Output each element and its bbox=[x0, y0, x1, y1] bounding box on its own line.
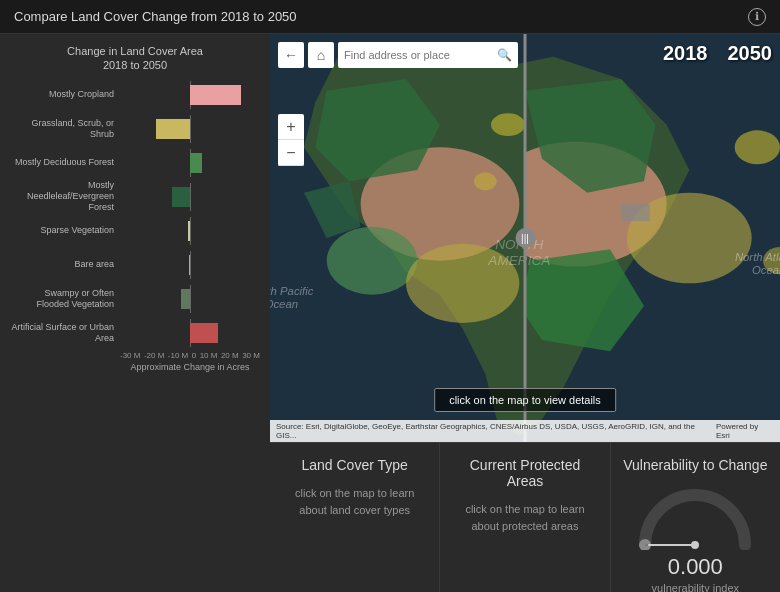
bottom-panel: Land Cover Type click on the map to lear… bbox=[270, 442, 780, 592]
bar-container bbox=[120, 81, 275, 109]
x-axis-tick: 30 M bbox=[242, 351, 260, 360]
zero-line bbox=[190, 251, 191, 279]
bar-label: Swampy or Often Flooded Vegetation bbox=[10, 288, 120, 310]
map-attribution: Source: Esri, DigitalGlobe, GeoEye, Eart… bbox=[270, 420, 780, 442]
bar-label: Artificial Surface or Urban Area bbox=[10, 322, 120, 344]
land-cover-col: Land Cover Type click on the map to lear… bbox=[270, 443, 440, 592]
zero-line bbox=[190, 217, 191, 245]
zero-line bbox=[190, 183, 191, 211]
map-details-button[interactable]: click on the map to view details bbox=[434, 388, 616, 412]
bar-row: Mostly Cropland bbox=[10, 81, 260, 109]
x-axis-tick: 10 M bbox=[200, 351, 218, 360]
svg-point-6 bbox=[491, 113, 525, 136]
svg-text:AMERICA: AMERICA bbox=[487, 253, 550, 268]
bar-fill bbox=[190, 85, 241, 105]
bar-fill bbox=[190, 153, 202, 173]
bar-row: Grassland, Scrub, or Shrub bbox=[10, 115, 260, 143]
svg-text:North Pacific: North Pacific bbox=[270, 285, 314, 297]
bar-fill bbox=[188, 221, 190, 241]
bar-fill bbox=[172, 187, 190, 207]
bar-container bbox=[120, 115, 275, 143]
bar-row: Artificial Surface or Urban Area bbox=[10, 319, 260, 347]
chart-x-axis: -30 M-20 M-10 M010 M20 M30 M bbox=[120, 351, 260, 360]
zoom-controls: + − bbox=[278, 114, 304, 166]
protected-areas-col: Current Protected Areas click on the map… bbox=[440, 443, 610, 592]
year-left-label: 2018 bbox=[663, 42, 708, 65]
bar-label: Mostly Deciduous Forest bbox=[10, 157, 120, 168]
back-button[interactable]: ← bbox=[278, 42, 304, 68]
zoom-in-button[interactable]: + bbox=[278, 114, 304, 140]
svg-point-11 bbox=[735, 130, 780, 164]
bar-container bbox=[120, 319, 275, 347]
bar-label: Bare area bbox=[10, 259, 120, 270]
search-input[interactable] bbox=[344, 49, 497, 61]
protected-areas-title: Current Protected Areas bbox=[450, 457, 599, 489]
app-header: Compare Land Cover Change from 2018 to 2… bbox=[0, 0, 780, 34]
vulnerability-col: Vulnerability to Change bbox=[611, 443, 780, 592]
bar-fill bbox=[189, 255, 190, 275]
map-area[interactable]: North Pacific Ocean North Atlantic Ocean… bbox=[270, 34, 780, 442]
zoom-out-button[interactable]: − bbox=[278, 140, 304, 166]
gauge-svg bbox=[635, 485, 755, 550]
powered-by-text: Powered by Esri bbox=[716, 422, 774, 440]
chart-panel: Change in Land Cover Area 2018 to 2050 M… bbox=[0, 34, 270, 592]
svg-point-25 bbox=[691, 541, 699, 549]
bar-container bbox=[120, 285, 275, 313]
gauge-container: 0.000 vulnerability index bbox=[621, 485, 770, 592]
chart-x-label: Approximate Change in Acres bbox=[120, 362, 260, 372]
bar-row: Bare area bbox=[10, 251, 260, 279]
bar-label: Mostly Cropland bbox=[10, 89, 120, 100]
zero-line bbox=[190, 285, 191, 313]
x-axis-tick: -20 M bbox=[144, 351, 164, 360]
bar-label: Mostly Needleleaf/Evergreen Forest bbox=[10, 180, 120, 212]
map-swipe-divider[interactable]: ||| bbox=[524, 34, 527, 442]
svg-point-4 bbox=[327, 227, 418, 295]
bar-container bbox=[120, 217, 275, 245]
gauge-value: 0.000 bbox=[668, 554, 723, 580]
svg-point-7 bbox=[474, 172, 497, 190]
bar-fill bbox=[190, 323, 218, 343]
app-title: Compare Land Cover Change from 2018 to 2… bbox=[14, 9, 297, 24]
search-bar: 🔍 bbox=[338, 42, 518, 68]
svg-text:North Atlantic: North Atlantic bbox=[735, 251, 780, 263]
bar-row: Swampy or Often Flooded Vegetation bbox=[10, 285, 260, 313]
vulnerability-title: Vulnerability to Change bbox=[623, 457, 767, 473]
svg-rect-10 bbox=[621, 204, 649, 221]
bar-row: Mostly Needleleaf/Evergreen Forest bbox=[10, 183, 260, 211]
bar-container bbox=[120, 251, 275, 279]
bar-fill bbox=[181, 289, 190, 309]
chart-title: Change in Land Cover Area 2018 to 2050 bbox=[10, 44, 260, 73]
right-panel: North Pacific Ocean North Atlantic Ocean… bbox=[270, 34, 780, 592]
zero-line bbox=[190, 115, 191, 143]
x-axis-tick: 0 bbox=[192, 351, 196, 360]
x-axis-tick: -10 M bbox=[168, 351, 188, 360]
bar-chart: Mostly CroplandGrassland, Scrub, or Shru… bbox=[10, 81, 260, 347]
bar-container bbox=[120, 183, 275, 211]
map-toolbar: ← ⌂ 🔍 bbox=[278, 42, 518, 68]
year-right-label: 2050 bbox=[728, 42, 773, 65]
bar-label: Grassland, Scrub, or Shrub bbox=[10, 118, 120, 140]
search-icon: 🔍 bbox=[497, 48, 512, 62]
info-button[interactable]: ℹ bbox=[748, 8, 766, 26]
swipe-handle[interactable]: ||| bbox=[515, 228, 535, 248]
x-axis-tick: 20 M bbox=[221, 351, 239, 360]
svg-text:Ocean: Ocean bbox=[270, 298, 298, 310]
land-cover-title: Land Cover Type bbox=[301, 457, 407, 473]
x-axis-tick: -30 M bbox=[120, 351, 140, 360]
protected-areas-text: click on the map to learn about protecte… bbox=[465, 501, 584, 534]
bar-label: Sparse Vegetation bbox=[10, 225, 120, 236]
year-labels: 2018 2050 bbox=[663, 42, 772, 65]
svg-text:Ocean: Ocean bbox=[752, 264, 780, 276]
land-cover-text: click on the map to learn about land cov… bbox=[295, 485, 414, 518]
home-button[interactable]: ⌂ bbox=[308, 42, 334, 68]
gauge-label: vulnerability index bbox=[652, 582, 739, 592]
main-content: Change in Land Cover Area 2018 to 2050 M… bbox=[0, 34, 780, 592]
bar-container bbox=[120, 149, 275, 177]
attribution-text: Source: Esri, DigitalGlobe, GeoEye, Eart… bbox=[276, 422, 716, 440]
bar-fill bbox=[156, 119, 191, 139]
bar-row: Sparse Vegetation bbox=[10, 217, 260, 245]
bar-row: Mostly Deciduous Forest bbox=[10, 149, 260, 177]
